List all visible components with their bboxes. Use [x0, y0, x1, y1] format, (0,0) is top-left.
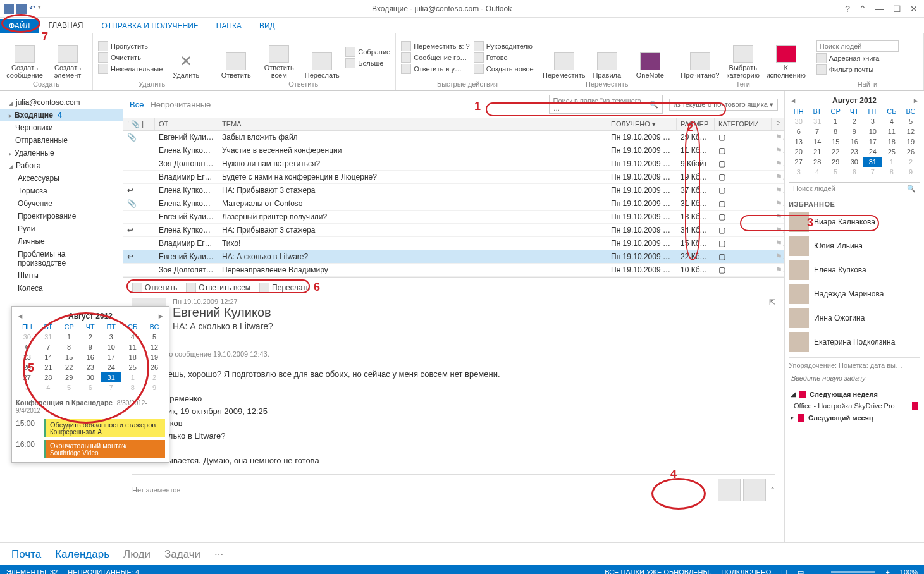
message-row[interactable]: Елена Купкова…Участие в весенней конфере…: [123, 144, 784, 157]
cal-prev-icon[interactable]: ◂: [18, 312, 22, 321]
clean-button[interactable]: Очистить: [98, 52, 163, 63]
favorite-person[interactable]: Елена Купкова: [789, 260, 920, 280]
message-row[interactable]: ↩ Евгений КуликовНА: А сколько в Litware…: [123, 250, 784, 264]
cal-day[interactable]: 31: [808, 116, 825, 126]
cal-day[interactable]: 7: [39, 342, 58, 352]
cal-day[interactable]: 31: [39, 332, 58, 342]
pane-reply[interactable]: Ответить: [132, 283, 177, 293]
cal-day[interactable]: 5: [58, 382, 80, 393]
qa-manager[interactable]: Руководителю: [474, 41, 534, 51]
folder-item[interactable]: Обучение: [0, 197, 123, 210]
cal-day[interactable]: 28: [808, 157, 825, 167]
cal-day[interactable]: 17: [863, 137, 882, 147]
folder-item[interactable]: Проблемы на производстве: [0, 248, 123, 269]
cal-day[interactable]: 25: [121, 362, 143, 372]
cal-day[interactable]: 2: [80, 332, 101, 342]
junk-button[interactable]: Нежелательные: [98, 64, 163, 74]
favorite-person[interactable]: Юлия Ильина: [789, 236, 920, 256]
cal-day[interactable]: 20: [789, 147, 808, 157]
message-row[interactable]: Владимир ЕгоровБудете с нами на конферен…: [123, 171, 784, 184]
cal-day[interactable]: 29: [58, 372, 80, 382]
cal-day[interactable]: 13: [789, 137, 808, 147]
folder-item[interactable]: Тормоза: [0, 185, 123, 197]
zoom-out-icon[interactable]: —: [814, 568, 821, 574]
addrbook-button[interactable]: Адресная книга: [816, 53, 899, 63]
folder-sent[interactable]: Отправленные: [0, 134, 123, 147]
message-row[interactable]: Владимир ЕгоровТихо!Пн 19.10.2009 12…15 …: [123, 237, 784, 250]
onenote-button[interactable]: OneNote: [631, 35, 670, 79]
filter-unread[interactable]: Непрочитанные: [150, 100, 211, 109]
pane-replyall[interactable]: Ответить всем: [186, 283, 250, 293]
cal-day[interactable]: 7: [101, 382, 122, 393]
message-row[interactable]: Зоя ДолгопятоваПеренаправление Владимиру…: [123, 264, 784, 277]
folder-item[interactable]: Колеса: [0, 282, 123, 295]
qa-replydel[interactable]: Ответить и у…: [401, 64, 470, 74]
account-node[interactable]: julia@contoso.com: [0, 96, 123, 109]
followup-button[interactable]: К исполнению: [767, 35, 806, 79]
cal-day[interactable]: 16: [845, 137, 863, 147]
cal-day[interactable]: 8: [882, 167, 901, 177]
zoom-slider[interactable]: [831, 571, 875, 573]
expand-people-icon[interactable]: ⌃: [770, 486, 775, 494]
ribbon-collapse-icon[interactable]: ⌃: [859, 4, 866, 14]
cal-day[interactable]: 20: [16, 362, 39, 372]
cal-day[interactable]: 31: [863, 157, 882, 167]
qa-createnew[interactable]: Создать новое: [474, 64, 534, 74]
folder-item[interactable]: Аксессуары: [0, 172, 123, 185]
cal-day[interactable]: 30: [80, 372, 101, 382]
cal-day[interactable]: 17: [101, 352, 122, 362]
cal-day[interactable]: 14: [39, 352, 58, 362]
move-button[interactable]: Переместить: [545, 35, 584, 79]
qa-dropdown-icon[interactable]: ▾: [38, 4, 41, 14]
message-row[interactable]: ↩ Елена Купкова…НА: Прибывают 3 стажераП…: [123, 184, 784, 197]
col-flag[interactable]: ⚐: [772, 118, 784, 130]
favorite-person[interactable]: Инна Ожогина: [789, 308, 920, 328]
view-normal-icon[interactable]: ☐: [781, 568, 787, 575]
tab-sendrecv[interactable]: ОТПРАВКА И ПОЛУЧЕНИЕ: [92, 19, 207, 33]
cal-day[interactable]: 19: [901, 137, 920, 147]
new-mail-button[interactable]: Создать сообщение: [5, 35, 44, 79]
categorize-button[interactable]: Выбрать категорию: [724, 35, 763, 79]
search-icon[interactable]: 🔍: [650, 101, 658, 109]
cal-day[interactable]: 12: [144, 342, 165, 352]
cal-day[interactable]: 23: [80, 362, 101, 372]
tab-file[interactable]: ФАЙЛ: [0, 19, 39, 33]
col-from[interactable]: ОТ: [155, 118, 218, 130]
cal-day[interactable]: 12: [901, 126, 920, 137]
close-icon[interactable]: ✕: [910, 4, 918, 14]
cal-day[interactable]: 3: [16, 382, 39, 393]
folder-item[interactable]: Личные: [0, 235, 123, 248]
cal-day[interactable]: 8: [121, 382, 143, 393]
qa-moveto[interactable]: Переместить в: ?: [401, 41, 470, 51]
task-group-next-month[interactable]: ▸ Следующий месяц: [789, 412, 920, 424]
delete-button[interactable]: ✕Удалить: [166, 35, 206, 79]
qa-done[interactable]: Готово: [474, 52, 534, 63]
appt-item[interactable]: Окончательный монтажSouthridge Video: [44, 440, 165, 458]
cal-day[interactable]: 4: [808, 167, 825, 177]
nav-tasks[interactable]: Задачи: [164, 548, 200, 561]
folder-item[interactable]: Шины: [0, 269, 123, 282]
folder-deleted[interactable]: Удаленные: [0, 147, 123, 159]
cal-day[interactable]: 9: [845, 126, 863, 137]
cal-day[interactable]: 5: [144, 332, 165, 342]
message-row[interactable]: ↩ Елена Купкова…НА: Прибывают 3 стажераП…: [123, 224, 784, 237]
cal-day[interactable]: 7: [808, 126, 825, 137]
col-subject[interactable]: ТЕМА: [218, 118, 607, 130]
cal-day[interactable]: 1: [58, 332, 80, 342]
task-group-next-week[interactable]: ◢ Следующая неделя: [789, 388, 920, 400]
cal-day[interactable]: 11: [882, 126, 901, 137]
cal-day[interactable]: 21: [808, 147, 825, 157]
cal-day[interactable]: 4: [39, 382, 58, 393]
tab-view[interactable]: ВИД: [250, 19, 284, 33]
maximize-icon[interactable]: ☐: [893, 4, 901, 14]
cal-day[interactable]: 15: [58, 352, 80, 362]
folder-drafts[interactable]: Черновики: [0, 121, 123, 134]
meeting-button[interactable]: Собрание: [345, 47, 390, 57]
cal-day[interactable]: 22: [58, 362, 80, 372]
cal-day[interactable]: 28: [39, 372, 58, 382]
cal-day[interactable]: 21: [39, 362, 58, 372]
cal-day[interactable]: 26: [901, 147, 920, 157]
search-scope[interactable]: из текущего почтового ящика ▾: [669, 99, 778, 111]
people-thumb[interactable]: [743, 479, 766, 501]
cal-day[interactable]: 1: [826, 116, 846, 126]
